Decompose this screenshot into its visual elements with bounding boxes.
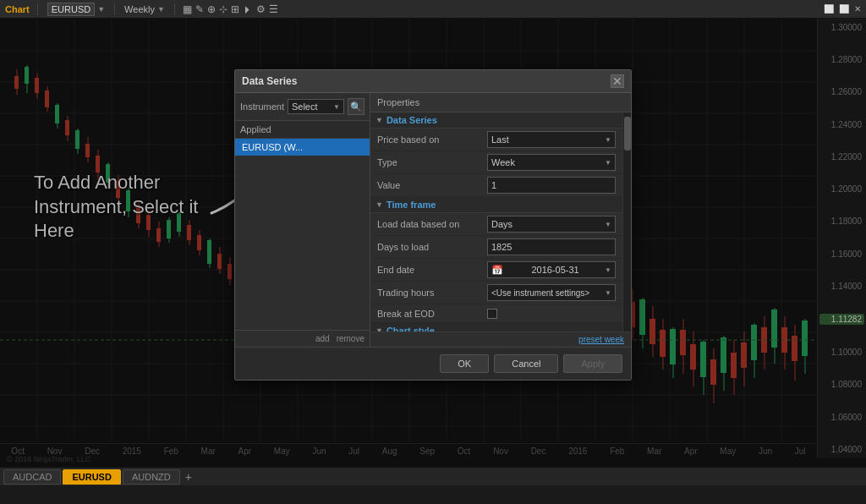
remove-button[interactable]: remove <box>337 334 364 343</box>
maximize-icon[interactable]: ⬜ <box>839 4 849 14</box>
dialog-titlebar: Data Series ✕ <box>235 70 631 93</box>
preset-week-link[interactable]: preset week <box>578 335 624 344</box>
price-based-on-value: Last <box>491 134 509 145</box>
data-series-collapse-arrow: ▼ <box>375 116 383 124</box>
pair-arrow: ▼ <box>97 5 105 14</box>
break-at-eod-checkbox[interactable] <box>487 309 497 319</box>
value-label: Value <box>377 180 487 190</box>
toolbar: Chart EURUSD ▼ Weekly ▼ ▦ ✎ ⊕ ⊹ ⊞ ⏵ ⚙ ☰ … <box>0 0 866 19</box>
chart-style-section-title: Chart style <box>386 326 435 331</box>
instrument-select-value: Select <box>292 101 318 112</box>
cancel-button[interactable]: Cancel <box>494 354 558 373</box>
applied-header: Applied <box>235 121 370 139</box>
price-based-on-row: Price based on Last ▼ <box>370 129 622 151</box>
data-series-dialog: Data Series ✕ Instrument Select ▼ 🔍 <box>234 69 632 381</box>
search-icon: 🔍 <box>350 101 362 112</box>
price-based-on-dropdown[interactable]: Last ▼ <box>487 131 616 148</box>
dialog-footer: OK Cancel Apply <box>235 347 631 380</box>
trading-hours-value: <Use instrument settings> <box>491 288 589 298</box>
chart-style-section-header[interactable]: ▼ Chart style <box>370 323 622 331</box>
load-data-based-on-dropdown[interactable]: Days ▼ <box>487 216 616 233</box>
preset-week-row: preset week <box>370 331 631 347</box>
cursor-icon[interactable]: ⊹ <box>219 3 227 15</box>
instrument-dropdown-arrow: ▼ <box>333 103 340 111</box>
left-panel: Instrument Select ▼ 🔍 Applied EURUSD <box>235 93 370 347</box>
price-based-on-label: Price based on <box>377 134 487 145</box>
tab-audcad[interactable]: AUDCAD <box>3 469 61 485</box>
interval-value: Weekly <box>124 4 155 14</box>
magnify-icon[interactable]: ⊕ <box>207 3 216 15</box>
calendar-icon: 📅 <box>491 265 503 276</box>
break-at-eod-label: Break at EOD <box>377 309 487 319</box>
type-row: Type Week ▼ <box>370 151 622 174</box>
tools-icon[interactable]: ⚙ <box>256 3 266 15</box>
load-data-based-on-row: Load data based on Days ▼ <box>370 213 622 236</box>
right-panel: Properties ▼ Data Series Price based on <box>370 93 631 347</box>
dialog-content: Instrument Select ▼ 🔍 Applied EURUSD <box>235 93 631 347</box>
properties-header: Properties <box>370 93 631 112</box>
bar-chart-icon[interactable]: ▦ <box>183 3 192 15</box>
properties-scrollbar[interactable] <box>622 112 631 331</box>
days-to-load-input[interactable] <box>487 238 616 255</box>
type-dropdown[interactable]: Week ▼ <box>487 154 616 171</box>
end-date-arrow: ▼ <box>605 266 611 274</box>
end-date-label: End date <box>377 265 487 275</box>
pair-selector[interactable]: EURUSD ▼ <box>46 3 107 16</box>
toolbar-icons: ▦ ✎ ⊕ ⊹ ⊞ ⏵ ⚙ ☰ <box>183 3 278 15</box>
properties-scroll: ▼ Data Series Price based on Last ▼ <box>370 112 622 331</box>
end-date-dropdown[interactable]: 📅 2016-05-31 ▼ <box>487 261 616 278</box>
chart-label: Chart <box>5 4 30 14</box>
break-at-eod-row: Break at EOD <box>370 304 622 323</box>
chart-area: 1.30000 1.28000 1.26000 1.24000 1.22000 … <box>0 19 866 485</box>
data-series-section-header[interactable]: ▼ Data Series <box>370 112 622 129</box>
toolbar-separator-3 <box>174 3 175 15</box>
days-to-load-label: Days to load <box>377 242 487 252</box>
time-frame-collapse-arrow: ▼ <box>375 200 383 209</box>
pencil-icon[interactable]: ✎ <box>195 3 204 15</box>
instrument-label: Instrument <box>240 101 284 112</box>
type-label: Type <box>377 157 487 167</box>
interval-selector[interactable]: Weekly ▼ <box>123 4 167 14</box>
minimize-icon[interactable]: ⬜ <box>824 4 834 14</box>
trading-hours-row: Trading hours <Use instrument settings> … <box>370 282 622 304</box>
replay-icon[interactable]: ⏵ <box>243 3 253 15</box>
days-to-load-row: Days to load <box>370 236 622 259</box>
value-row: Value <box>370 174 622 197</box>
ok-button[interactable]: OK <box>440 354 489 373</box>
tab-eurusd[interactable]: EURUSD <box>63 469 120 485</box>
toolbar-separator-2 <box>114 3 115 15</box>
instrument-select-dropdown[interactable]: Select ▼ <box>288 99 344 114</box>
tab-bar: AUDCAD EURUSD AUDNZD + <box>0 467 866 485</box>
dialog-title: Data Series <box>242 75 297 87</box>
add-remove-row: add remove <box>235 330 370 347</box>
type-arrow: ▼ <box>605 159 611 167</box>
instrument-row: Instrument Select ▼ 🔍 <box>235 93 370 121</box>
add-button[interactable]: add <box>315 334 330 343</box>
close-icon[interactable]: ✕ <box>854 4 861 14</box>
data-series-section-title: Data Series <box>386 115 437 125</box>
time-frame-section-title: Time frame <box>386 200 436 210</box>
dialog-close-button[interactable]: ✕ <box>611 74 624 88</box>
scrollbar-thumb <box>624 117 631 151</box>
list-icon[interactable]: ☰ <box>269 3 278 15</box>
load-data-based-on-label: Load data based on <box>377 219 487 229</box>
value-input[interactable] <box>487 177 616 194</box>
trading-hours-label: Trading hours <box>377 288 487 298</box>
end-date-row: End date 📅 2016-05-31 ▼ <box>370 259 622 282</box>
modal-overlay: Data Series ✕ Instrument Select ▼ 🔍 <box>0 19 866 485</box>
toolbar-separator-1 <box>37 3 38 15</box>
tab-audnzd[interactable]: AUDNZD <box>123 469 180 485</box>
applied-item-eurusd[interactable]: EURUSD (W... <box>235 139 370 156</box>
pair-value: EURUSD <box>47 3 95 16</box>
interval-arrow: ▼ <box>157 5 165 14</box>
apply-button[interactable]: Apply <box>563 354 622 373</box>
load-data-based-on-value: Days <box>491 219 512 229</box>
trading-hours-dropdown[interactable]: <Use instrument settings> ▼ <box>487 284 616 301</box>
type-value: Week <box>491 157 515 167</box>
instrument-search-button[interactable]: 🔍 <box>348 98 364 115</box>
trading-hours-arrow: ▼ <box>605 289 611 297</box>
time-frame-section-header[interactable]: ▼ Time frame <box>370 197 622 213</box>
tab-add-button[interactable]: + <box>182 470 195 484</box>
crosshair-icon[interactable]: ⊞ <box>231 3 239 15</box>
end-date-value: 2016-05-31 <box>531 265 578 275</box>
